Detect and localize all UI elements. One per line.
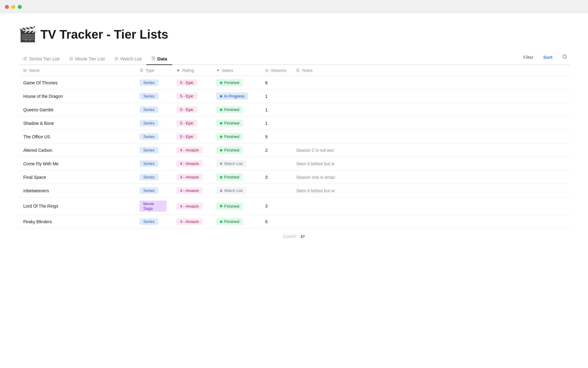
filter-button[interactable]: Filter bbox=[521, 53, 536, 61]
cell-seasons-0: 8 bbox=[260, 76, 291, 90]
close-button[interactable] bbox=[5, 5, 9, 9]
cell-type-9: Movie Saga bbox=[135, 197, 172, 215]
tab-data-label: Data bbox=[157, 56, 167, 61]
cell-seasons-10: 6 bbox=[260, 215, 291, 228]
titlebar bbox=[0, 0, 588, 13]
series-tier-icon: ⊞ bbox=[23, 56, 27, 61]
rating-tag: 5 - Epic bbox=[176, 93, 197, 99]
table-row[interactable]: Game Of ThronesSeries5 - EpicFinished8 bbox=[18, 76, 570, 90]
cell-rating-0: 5 - Epic bbox=[172, 76, 211, 90]
cell-seasons-1: 1 bbox=[260, 90, 291, 103]
cell-notes-8: Seen it before but w bbox=[291, 184, 570, 197]
cell-status-3: Finished bbox=[211, 117, 260, 130]
status-dot bbox=[220, 109, 222, 111]
cell-notes-4 bbox=[291, 130, 570, 144]
count-label: COUNT bbox=[283, 235, 297, 239]
cell-type-3: Series bbox=[135, 117, 172, 130]
cell-seasons-4: 9 bbox=[260, 130, 291, 144]
cell-rating-10: 4 - Amazin bbox=[172, 215, 211, 228]
col-header-name[interactable]: ⊟ Name bbox=[18, 65, 135, 76]
tab-watch-list[interactable]: ⊞ Watch List bbox=[110, 53, 146, 65]
cell-type-4: Series bbox=[135, 130, 172, 144]
rating-tag: 5 - Epic bbox=[176, 133, 197, 140]
cell-seasons-7: 3 bbox=[260, 171, 291, 184]
cell-name-10: Peaky Blinders bbox=[18, 215, 135, 228]
cell-status-9: Finished bbox=[211, 197, 260, 215]
table-row[interactable]: Queens GambitSeries5 - EpicFinished1 bbox=[18, 103, 570, 117]
cell-rating-8: 4 - Amazin bbox=[172, 184, 211, 197]
cell-seasons-6 bbox=[260, 157, 291, 171]
col-header-rating[interactable]: ★ Rating bbox=[172, 65, 211, 76]
cell-seasons-3: 1 bbox=[260, 117, 291, 130]
status-badge: Finished bbox=[216, 79, 243, 86]
type-tag: Series bbox=[140, 174, 158, 180]
seasons-col-icon: ⊙ bbox=[265, 68, 269, 73]
rating-tag: 4 - Amazin bbox=[176, 174, 202, 180]
cell-status-5: Finished bbox=[211, 144, 260, 157]
tab-series-tier-label: Series Tier List bbox=[29, 56, 59, 61]
type-tag: Series bbox=[140, 120, 158, 126]
cell-name-4: The Office US bbox=[18, 130, 135, 144]
notes-col-icon: ☰ bbox=[296, 68, 300, 73]
cell-status-8: Watch List bbox=[211, 184, 260, 197]
table-row[interactable]: The Office USSeries5 - EpicFinished9 bbox=[18, 130, 570, 144]
cell-status-4: Finished bbox=[211, 130, 260, 144]
movie-tier-icon: ⊞ bbox=[69, 56, 73, 61]
cell-rating-5: 4 - Amazin bbox=[172, 144, 211, 157]
col-header-status[interactable]: ✦ Status bbox=[211, 65, 260, 76]
cell-type-7: Series bbox=[135, 171, 172, 184]
table-container: ⊟ Name ☰ Type ★ Rating ✦ Status bbox=[18, 65, 570, 228]
name-col-icon: ⊟ bbox=[23, 68, 27, 73]
status-dot bbox=[220, 163, 222, 165]
search-button[interactable] bbox=[560, 53, 570, 61]
table-row[interactable]: InbetweenersSeries4 - AmazinWatch ListSe… bbox=[18, 184, 570, 197]
table-row[interactable]: House of the DragonSeries5 - EpicIn Prog… bbox=[18, 90, 570, 103]
cell-type-5: Series bbox=[135, 144, 172, 157]
tab-movie-tier[interactable]: ⊞ Movie Tier List bbox=[64, 53, 110, 65]
status-badge: Watch List bbox=[216, 160, 246, 167]
table-row[interactable]: Peaky BlindersSeries4 - AmazinFinished6 bbox=[18, 215, 570, 228]
cell-notes-3 bbox=[291, 117, 570, 130]
table-row[interactable]: Final SpaceSeries4 - AmazinFinished3Seas… bbox=[18, 171, 570, 184]
cell-notes-10 bbox=[291, 215, 570, 228]
rating-col-icon: ★ bbox=[176, 68, 180, 73]
col-header-notes[interactable]: ☰ Notes bbox=[291, 65, 570, 76]
cell-type-8: Series bbox=[135, 184, 172, 197]
cell-name-0: Game Of Thrones bbox=[18, 76, 135, 90]
data-icon: ☰ bbox=[151, 56, 155, 61]
tab-series-tier[interactable]: ⊞ Series Tier List bbox=[18, 53, 64, 65]
tab-data[interactable]: ☰ Data bbox=[146, 53, 172, 65]
cell-rating-4: 5 - Epic bbox=[172, 130, 211, 144]
col-header-seasons[interactable]: ⊙ Seasons bbox=[260, 65, 291, 76]
type-tag: Series bbox=[140, 147, 158, 153]
type-col-icon: ☰ bbox=[140, 68, 143, 73]
table-row[interactable]: Come Fly With MeSeries4 - AmazinWatch Li… bbox=[18, 157, 570, 171]
table-row[interactable]: Lord Of The RingsMovie Saga4 - AmazinFin… bbox=[18, 197, 570, 215]
type-tag: Series bbox=[140, 79, 158, 86]
status-dot bbox=[220, 82, 222, 84]
status-badge: Finished bbox=[216, 203, 243, 210]
cell-seasons-8 bbox=[260, 184, 291, 197]
maximize-button[interactable] bbox=[18, 5, 22, 9]
status-dot bbox=[220, 190, 222, 192]
rating-tag: 4 - Amazin bbox=[176, 187, 202, 194]
cell-name-8: Inbetweeners bbox=[18, 184, 135, 197]
count-value: 47 bbox=[300, 235, 305, 239]
status-badge: Watch List bbox=[216, 187, 246, 194]
minimize-button[interactable] bbox=[11, 5, 15, 9]
table-row[interactable]: Shadow & BoneSeries5 - EpicFinished1 bbox=[18, 117, 570, 130]
cell-type-6: Series bbox=[135, 157, 172, 171]
type-tag: Series bbox=[140, 218, 158, 225]
rating-tag: 4 - Amazin bbox=[176, 218, 202, 225]
count-row: COUNT 47 bbox=[18, 228, 570, 245]
col-header-type[interactable]: ☰ Type bbox=[135, 65, 172, 76]
type-tag: Series bbox=[140, 133, 158, 140]
status-dot bbox=[220, 220, 222, 223]
sort-button[interactable]: Sort bbox=[541, 53, 555, 61]
table-row[interactable]: Altered CarbonSeries4 - AmazinFinished2S… bbox=[18, 144, 570, 157]
rating-tag: 4 - Amazin bbox=[176, 203, 202, 209]
cell-rating-1: 5 - Epic bbox=[172, 90, 211, 103]
status-badge: Finished bbox=[216, 174, 243, 181]
page-icon: 🎬 bbox=[18, 26, 37, 43]
status-badge: Finished bbox=[216, 120, 243, 127]
